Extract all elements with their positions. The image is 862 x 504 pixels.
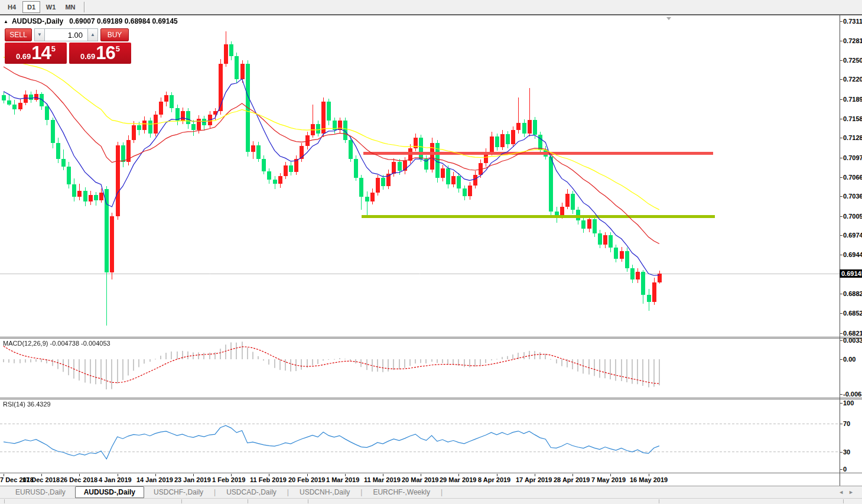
volume-increase-button[interactable]: ▲ (87, 28, 98, 41)
date-axis: 7 Dec 201817 Dec 201826 Dec 20184 Jan 20… (0, 474, 840, 486)
price-tick-label: 0.71890 (843, 96, 862, 103)
price-tick-label-tickmark (840, 138, 843, 138)
date-tick-label: 16 May 2019 (630, 476, 668, 483)
price-tick-label: 0.70360 (843, 193, 862, 200)
date-tick-label: 26 Dec 2018 (60, 476, 97, 483)
sell-button[interactable]: SELL (5, 28, 32, 41)
price-tick-label-tickmark (840, 216, 843, 217)
sell-price-box[interactable]: 0.69 14 5 (5, 43, 67, 64)
date-tick-label: 29 Mar 2019 (440, 476, 476, 483)
buy-price-prefix: 0.69 (80, 52, 95, 64)
macd-canvas[interactable] (0, 339, 840, 398)
date-tick-label: 1 Mar 2019 (326, 476, 359, 483)
timeframe-button-w1[interactable]: W1 (42, 1, 60, 13)
price-tick-label: 0.71585 (843, 115, 862, 122)
sell-price-main: 14 (31, 43, 50, 63)
date-tick-label: 17 Apr 2019 (516, 476, 552, 483)
timeframe-button-mn[interactable]: MN (61, 1, 79, 13)
chart-tab-usdchf[interactable]: USDCHF-,Daily (144, 487, 213, 498)
macd-tick-label: -0.006325 (843, 391, 862, 398)
price-tick-label: 0.72505 (843, 57, 862, 64)
price-tick-label-tickmark (840, 333, 843, 334)
one-click-trading-panel: SELL ▼ ▲ BUY 0.69 14 5 0.69 16 5 (5, 28, 131, 64)
status-separator (4, 499, 5, 503)
price-tick-label-tickmark (840, 158, 843, 158)
rsi-tick-label: 100 (843, 399, 862, 407)
buy-price-main: 16 (96, 43, 115, 63)
timeframe-button-d1[interactable]: D1 (22, 1, 40, 13)
price-tick-label-tickmark (840, 313, 843, 314)
date-tick-label: 20 Feb 2019 (288, 476, 325, 483)
macd-label: MACD(12,26,9) -0.004738 -0.004053 (3, 340, 110, 347)
buy-price-pip: 5 (116, 43, 120, 53)
buy-button[interactable]: BUY (100, 28, 129, 41)
chart-tab-bar: EURUSD-,DailyAUDUSD-,DailyUSDCHF-,Daily|… (0, 486, 862, 498)
sell-price-prefix: 0.69 (16, 52, 31, 64)
chart-shift-marker-icon[interactable] (666, 17, 671, 20)
date-tick-label: 8 Apr 2019 (478, 476, 510, 483)
rsi-tick-label: 70 (843, 420, 862, 427)
date-tick-label: 11 Feb 2019 (250, 476, 287, 483)
rsi-tick-label-tickmark (840, 424, 843, 424)
volume-input[interactable] (45, 28, 87, 41)
chart-tab-eurusd[interactable]: EURUSD-,Daily (6, 487, 75, 498)
timeframe-toolbar: H4D1W1MN (0, 0, 862, 14)
chart-tab-audusd[interactable]: AUDUSD-,Daily (75, 486, 144, 498)
date-tick-label: 28 Apr 2019 (554, 476, 590, 483)
date-tick-label: 1 Feb 2019 (212, 476, 245, 483)
date-tick-label: 4 Jan 2019 (99, 476, 132, 483)
tab-scroll-arrows[interactable]: ◄► (838, 489, 858, 495)
status-separator (248, 499, 248, 503)
macd-tick-label: 0.003319 (843, 337, 862, 344)
status-separator (181, 499, 182, 503)
date-tick-label: 23 Jan 2019 (174, 476, 211, 483)
price-tick-label: 0.69440 (843, 251, 862, 258)
tab-separator: | (286, 488, 290, 496)
price-tick-label: 0.70050 (843, 213, 862, 220)
date-tick-label: 14 Jan 2019 (136, 476, 173, 483)
price-tick-label-tickmark (840, 177, 843, 178)
rsi-tick-label-tickmark (840, 403, 843, 404)
macd-tick-label-tickmark (840, 394, 843, 395)
tab-separator: | (440, 488, 444, 496)
collapse-triangle-icon[interactable]: ▲ (4, 19, 8, 24)
price-tick-label-tickmark (840, 255, 843, 255)
ohlc-header: ▲AUDUSD-,Daily0.69007 0.69189 0.68984 0.… (4, 17, 178, 25)
price-tick-label-tickmark (840, 60, 843, 61)
ohlc-values: 0.69007 0.69189 0.68984 0.69145 (69, 17, 178, 25)
date-tick-label: 20 Mar 2019 (402, 476, 438, 483)
price-tick-label-tickmark (840, 21, 843, 22)
price-tick-label-tickmark (840, 235, 843, 236)
tab-scroll-right-icon[interactable]: ► (848, 489, 858, 495)
date-tick-label: 11 Mar 2019 (364, 476, 401, 483)
price-tick-label-tickmark (840, 196, 843, 197)
sell-price-pip: 5 (51, 43, 56, 53)
price-tick-label: 0.70665 (843, 174, 862, 181)
price-tick-label: 0.69745 (843, 232, 862, 239)
current-price-badge: 0.69145 (840, 269, 862, 278)
tab-scroll-left-icon[interactable]: ◄ (838, 489, 848, 495)
chart-tab-usdcad[interactable]: USDCAD-,Daily (217, 487, 286, 498)
rsi-tick-label-tickmark (840, 469, 843, 470)
chart-tab-usdcnh[interactable]: USDCNH-,Daily (290, 487, 359, 498)
macd-tick-label-tickmark (840, 340, 843, 341)
tab-separator: | (213, 488, 217, 496)
rsi-tick-label: 30 (843, 448, 862, 456)
tab-separator: | (359, 488, 363, 496)
date-tick-label: 17 Dec 2018 (22, 476, 60, 483)
mt4-terminal: { "toolbar": { "timeframes": [ {"label":… (0, 0, 862, 504)
chart-symbol-label: AUDUSD-,Daily (12, 17, 63, 25)
price-tick-label-tickmark (840, 119, 843, 119)
status-separator (308, 499, 308, 503)
price-tick-label: 0.68825 (843, 290, 862, 297)
toolbar-separator (84, 2, 85, 12)
price-tick-label: 0.72200 (843, 76, 862, 83)
chart-tab-eurchf[interactable]: EURCHF-,Weekly (363, 487, 439, 498)
rsi-canvas[interactable] (0, 399, 840, 473)
price-tick-label: 0.68520 (843, 310, 862, 317)
macd-tick-label: 0.00 (843, 356, 862, 363)
buy-price-box[interactable]: 0.69 16 5 (69, 43, 131, 64)
price-tick-label-tickmark (840, 41, 843, 41)
volume-decrease-button[interactable]: ▼ (34, 28, 45, 41)
timeframe-button-h4[interactable]: H4 (3, 1, 21, 13)
